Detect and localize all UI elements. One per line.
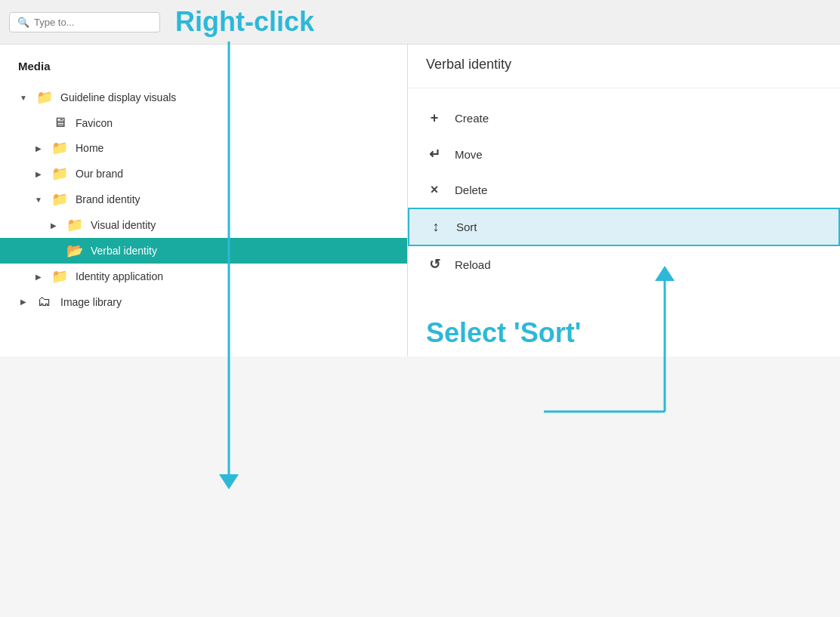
tree-label-home: Home <box>76 142 103 154</box>
move-icon: ↵ <box>426 146 443 162</box>
folder-icon: 📁 <box>51 191 68 208</box>
tree-arrow-icon: ▼ <box>33 196 44 204</box>
menu-item-create[interactable]: +Create <box>408 100 840 136</box>
create-icon: + <box>426 110 443 126</box>
annotation-right-click-label: Right-click <box>175 6 314 38</box>
annotation-select-sort-label: Select 'Sort' <box>408 295 840 356</box>
top-bar: 🔍 Right-click <box>0 0 840 45</box>
tree-label-identity-application: Identity application <box>76 270 163 282</box>
tree-item-favicon[interactable]: 🖥Favicon <box>0 110 407 135</box>
tree-arrow-icon: ▶ <box>33 144 44 153</box>
menu-item-reload[interactable]: ↺Reload <box>408 246 840 282</box>
menu-item-delete[interactable]: ×Delete <box>408 172 840 208</box>
delete-icon: × <box>426 182 443 198</box>
tree-label-favicon: Favicon <box>76 117 113 129</box>
right-panel: Verbal identity +Create↵Move×Delete↕Sort… <box>408 45 840 356</box>
menu-label-move: Move <box>455 148 483 161</box>
tree-label-our-brand: Our brand <box>76 168 123 180</box>
menu-label-delete: Delete <box>455 184 487 196</box>
tree-item-verbal-identity[interactable]: 📂Verbal identity <box>0 238 407 264</box>
context-menu: +Create↵Move×Delete↕Sort↺Reload <box>408 88 840 295</box>
right-header-title: Verbal identity <box>426 57 511 72</box>
tree-item-identity-application[interactable]: ▶📁Identity application <box>0 264 407 289</box>
tree-item-our-brand[interactable]: ▶📁Our brand <box>0 161 407 187</box>
folder-icon: 🖥 <box>51 115 68 131</box>
tree-label-brand-identity: Brand identity <box>76 193 141 205</box>
menu-item-sort[interactable]: ↕Sort <box>408 208 840 246</box>
svg-marker-1 <box>219 474 239 489</box>
tree-label-verbal-identity: Verbal identity <box>91 245 157 257</box>
tree-item-home[interactable]: ▶📁Home <box>0 135 407 161</box>
left-panel: Media ▼📁Guideline display visuals🖥Favico… <box>0 45 408 356</box>
tree-label-image-library: Image library <box>60 296 122 308</box>
tree-container: ▼📁Guideline display visuals🖥Favicon▶📁Hom… <box>0 85 407 314</box>
search-box[interactable]: 🔍 <box>9 12 160 32</box>
folder-icon: 📁 <box>66 217 83 233</box>
tree-item-image-library[interactable]: ▶🗂Image library <box>0 289 407 314</box>
folder-icon: 📁 <box>51 165 68 182</box>
tree-item-visual-identity[interactable]: ▶📁Visual identity <box>0 212 407 238</box>
folder-icon: 📂 <box>66 242 83 259</box>
main-content: Media ▼📁Guideline display visuals🖥Favico… <box>0 45 840 356</box>
folder-icon: 🗂 <box>36 294 53 310</box>
sort-icon: ↕ <box>428 219 444 235</box>
search-input[interactable] <box>34 17 132 28</box>
folder-icon: 📁 <box>51 268 68 285</box>
tree-arrow-icon: ▶ <box>33 273 44 281</box>
menu-label-sort: Sort <box>456 221 477 233</box>
right-header: Verbal identity <box>408 45 840 88</box>
tree-item-brand-identity[interactable]: ▼📁Brand identity <box>0 187 407 212</box>
section-title: Media <box>0 60 407 85</box>
tree-arrow-icon: ▶ <box>33 170 44 178</box>
folder-icon: 📁 <box>36 89 53 106</box>
menu-label-reload: Reload <box>455 258 491 271</box>
tree-arrow-icon: ▶ <box>18 298 29 306</box>
menu-label-create: Create <box>455 112 489 125</box>
tree-arrow-icon: ▶ <box>48 221 59 230</box>
reload-icon: ↺ <box>426 256 443 273</box>
tree-label-guideline-display-visuals: Guideline display visuals <box>60 91 176 103</box>
folder-icon: 📁 <box>51 140 68 156</box>
tree-item-guideline-display-visuals[interactable]: ▼📁Guideline display visuals <box>0 85 407 110</box>
tree-label-visual-identity: Visual identity <box>91 219 156 231</box>
search-icon: 🔍 <box>17 17 29 28</box>
tree-arrow-icon: ▼ <box>18 94 29 102</box>
menu-item-move[interactable]: ↵Move <box>408 136 840 172</box>
